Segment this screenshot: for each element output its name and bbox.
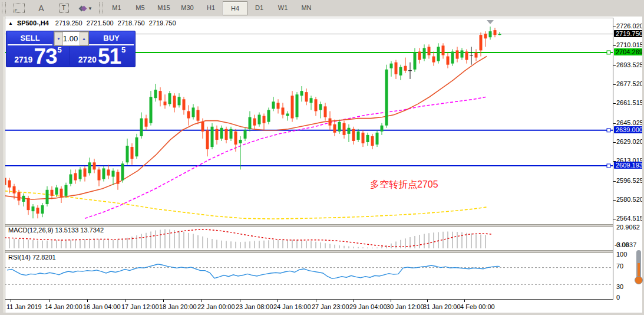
- candle: [202, 122, 204, 132]
- candle: [112, 170, 115, 176]
- candle: [432, 57, 435, 63]
- thermometer-icon: [634, 250, 643, 287]
- candle: [447, 57, 450, 65]
- hline-handle[interactable]: [607, 129, 610, 132]
- hline-price-label[interactable]: 2609.193: [614, 162, 644, 169]
- date-tick: [240, 300, 240, 302]
- date-tick: [427, 300, 428, 302]
- candle: [494, 30, 497, 35]
- candle: [65, 185, 68, 196]
- candle: [404, 66, 407, 71]
- rsi-axis-label: 70: [616, 262, 623, 270]
- candle: [46, 190, 49, 204]
- date-label: 16 Jan 04:00: [83, 303, 121, 310]
- candle: [286, 114, 289, 116]
- timeframe-w1-button[interactable]: W1: [271, 1, 295, 14]
- template-f-icon[interactable]: F: [8, 2, 30, 15]
- timeframe-m30-button[interactable]: M30: [176, 1, 199, 14]
- timeframe-h4-button[interactable]: H4: [223, 1, 247, 15]
- rsi-label: RSI(14) 72.8201: [8, 254, 56, 261]
- hline-handle[interactable]: [607, 164, 610, 168]
- rsi-pane[interactable]: [5, 252, 613, 299]
- macd-label: MACD(12,26,9) 13.5133 13.7342: [8, 227, 104, 234]
- toolbar-drag-handle2[interactable]: [99, 2, 103, 14]
- volume-box: ▼ 1.00 ▲: [54, 31, 89, 46]
- bottom-window-edge: [0, 313, 644, 315]
- sell-price[interactable]: 2719735: [6, 47, 70, 65]
- date-label: 24 Jan 16:00: [273, 303, 311, 310]
- candle: [329, 119, 332, 126]
- candle: [263, 116, 266, 123]
- text-box-t-icon[interactable]: T: [52, 2, 75, 15]
- price-axis-label: 2580.520: [616, 196, 643, 203]
- candle: [225, 129, 228, 140]
- date-tick: [354, 300, 354, 302]
- candle: [37, 208, 39, 214]
- timeframe-m15-button[interactable]: M15: [152, 1, 176, 14]
- chart-text-annotation[interactable]: 多空转折点2705: [370, 179, 438, 191]
- timeframe-mn-button[interactable]: MN: [295, 1, 318, 14]
- price-axis-label: 2564.515: [616, 215, 643, 222]
- candle: [84, 168, 87, 176]
- candle: [206, 130, 209, 149]
- date-axis[interactable]: 11 Jan 201914 Jan 20:0016 Jan 04:0017 Ja…: [5, 300, 644, 313]
- candle: [414, 52, 417, 69]
- mt4-window: F A T ▼ M1M5M15M30H1H4D1W1MN ▲ SP500-,H4…: [0, 0, 644, 315]
- candle: [220, 128, 223, 139]
- candle: [8, 181, 11, 188]
- price-axis-label: 2677.520: [616, 80, 643, 87]
- date-label: 4 Feb 00:00: [460, 303, 495, 310]
- hline-price-label[interactable]: 2704.269: [614, 48, 644, 55]
- timeframe-m5-button[interactable]: M5: [128, 1, 152, 14]
- candle: [117, 172, 120, 183]
- candle: [55, 188, 58, 195]
- candle: [352, 129, 355, 141]
- timeframe-m1-button[interactable]: M1: [105, 1, 128, 14]
- date-tick: [202, 300, 202, 302]
- candle: [371, 136, 374, 146]
- timeframe-d1-button[interactable]: D1: [247, 1, 271, 14]
- candle: [79, 169, 82, 179]
- candle: [300, 91, 303, 96]
- arrow-objects-icon[interactable]: ▼: [75, 2, 97, 15]
- toolbar-drag-handle[interactable]: [2, 2, 6, 14]
- sell-button[interactable]: SELL: [8, 32, 52, 45]
- hline-price-label[interactable]: 2639.000: [614, 126, 644, 133]
- candle: [258, 115, 261, 124]
- price-axis-label: 2661.515: [616, 99, 643, 106]
- candle: [183, 99, 186, 110]
- candle: [216, 129, 219, 140]
- date-label: 11 Jan 2019: [6, 303, 42, 310]
- buy-price[interactable]: 2720515: [70, 47, 134, 65]
- axis-tick: [613, 84, 616, 85]
- candle: [480, 35, 483, 50]
- candle: [399, 67, 402, 76]
- volume-increase-button[interactable]: ▲: [80, 32, 88, 45]
- candle: [131, 147, 134, 159]
- date-label: 22 Jan 00:00: [197, 303, 235, 310]
- volume-input[interactable]: 1.00: [63, 34, 80, 43]
- candle: [164, 101, 167, 105]
- candle: [239, 140, 242, 143]
- timeframe-h1-button[interactable]: H1: [199, 1, 223, 14]
- candle: [235, 132, 237, 145]
- axis-tick: [613, 181, 616, 182]
- buy-button[interactable]: BUY: [89, 32, 134, 45]
- candle: [103, 168, 105, 179]
- volume-decrease-button[interactable]: ▼: [54, 32, 63, 45]
- candle: [70, 175, 72, 184]
- rsi-axis-label: 100: [616, 251, 627, 258]
- candle: [277, 103, 280, 109]
- candle: [282, 107, 285, 114]
- candle: [41, 205, 44, 214]
- hline-handle[interactable]: [607, 51, 610, 54]
- date-label: 30 Jan 12:00: [387, 303, 424, 310]
- candle: [22, 196, 25, 202]
- candle: [249, 117, 252, 129]
- text-label-a-icon[interactable]: A: [30, 2, 52, 15]
- date-tick: [391, 300, 391, 302]
- date-tick: [49, 300, 49, 302]
- candle: [428, 47, 431, 55]
- candle: [98, 169, 101, 180]
- date-tick: [464, 300, 465, 302]
